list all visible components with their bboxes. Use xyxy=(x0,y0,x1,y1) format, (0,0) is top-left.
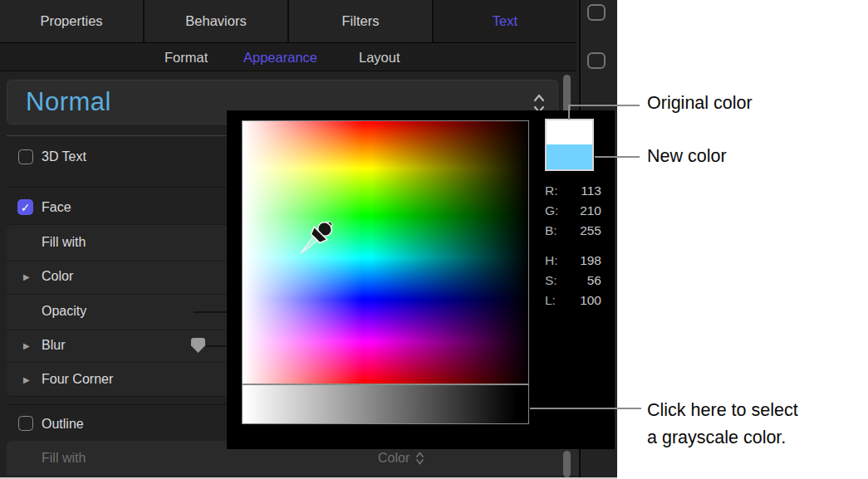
grayscale-callout-line1: Click here to select xyxy=(647,397,798,424)
lightness-value-row: L: 100 xyxy=(545,293,601,310)
color-picker-popover: R: 113 G: 210 B: 255 H: 198 S: 56 L: 100 xyxy=(227,110,615,449)
four-corner-label: Four Corner xyxy=(42,372,113,387)
blur-disclosure-triangle-icon[interactable]: ▶ xyxy=(23,341,30,351)
hue-value-row: H: 198 xyxy=(545,253,601,270)
face-label: Face xyxy=(42,200,71,215)
blue-value: 255 xyxy=(580,223,601,240)
3d-text-label: 3D Text xyxy=(42,149,86,164)
rail-checkbox[interactable] xyxy=(587,52,606,69)
subtab-format[interactable]: Format xyxy=(164,44,208,71)
red-label: R: xyxy=(545,183,558,200)
color-swatch xyxy=(545,119,594,171)
new-color-callout: New color xyxy=(647,146,727,167)
saturation-label: S: xyxy=(545,273,557,290)
original-color-swatch xyxy=(547,120,592,144)
chevron-up-down-icon xyxy=(415,451,424,466)
green-value: 210 xyxy=(580,203,601,220)
subtab-layout[interactable]: Layout xyxy=(359,44,400,71)
subtab-appearance[interactable]: Appearance xyxy=(243,44,317,71)
red-value: 113 xyxy=(581,183,601,200)
outline-fill-popup-value: Color xyxy=(378,451,409,466)
tab-behaviors[interactable]: Behaviors xyxy=(145,0,289,42)
tab-properties[interactable]: Properties xyxy=(0,0,145,42)
outline-fill-popup[interactable]: Color xyxy=(378,451,424,466)
hue-value: 198 xyxy=(580,253,601,270)
original-color-callout-line xyxy=(568,105,570,120)
red-value-row: R: 113 xyxy=(545,183,601,200)
3d-text-checkbox[interactable] xyxy=(18,149,33,164)
saturation-value-row: S: 56 xyxy=(545,273,601,290)
opacity-slider-track[interactable] xyxy=(194,311,230,313)
grayscale-callout: Click here to select a grayscale color. xyxy=(647,397,798,452)
lightness-label: L: xyxy=(545,293,556,310)
outline-fill-with-label: Fill with xyxy=(42,451,86,466)
checkmark-icon: ✓ xyxy=(21,201,31,214)
text-subtab-bar: Format Appearance Layout xyxy=(0,44,576,71)
fill-with-label: Fill with xyxy=(42,235,86,250)
four-corner-disclosure-triangle-icon[interactable]: ▶ xyxy=(23,375,30,385)
color-spectrum-area[interactable] xyxy=(242,120,529,384)
blue-label: B: xyxy=(545,223,557,240)
color-disclosure-triangle-icon[interactable]: ▶ xyxy=(23,272,30,282)
new-color-swatch xyxy=(547,144,592,169)
style-preset-value: Normal xyxy=(26,81,111,124)
rail-checkbox[interactable] xyxy=(587,4,606,21)
opacity-label: Opacity xyxy=(42,304,86,319)
green-label: G: xyxy=(545,203,558,220)
scrollbar-thumb[interactable] xyxy=(563,451,571,477)
grayscale-bar[interactable] xyxy=(242,384,529,424)
outline-checkbox[interactable] xyxy=(18,416,33,431)
new-color-callout-line xyxy=(595,156,640,158)
tab-text[interactable]: Text xyxy=(434,0,576,42)
saturation-value: 56 xyxy=(587,273,601,290)
lightness-value: 100 xyxy=(580,293,601,310)
inspector-tab-bar: Properties Behaviors Filters Text xyxy=(0,0,576,43)
original-color-callout: Original color xyxy=(647,93,753,114)
green-value-row: G: 210 xyxy=(545,203,601,220)
blur-slider-handle[interactable] xyxy=(191,338,205,353)
color-row-label: Color xyxy=(42,269,73,284)
original-color-callout-line xyxy=(568,105,640,106)
tab-filters[interactable]: Filters xyxy=(289,0,434,42)
outline-label: Outline xyxy=(42,417,84,432)
hue-label: H: xyxy=(545,253,558,270)
blur-label: Blur xyxy=(42,338,65,353)
blue-value-row: B: 255 xyxy=(545,223,601,240)
grayscale-callout-line xyxy=(530,408,641,409)
face-checkbox[interactable]: ✓ xyxy=(17,199,33,215)
screenshot-stage: Properties Behaviors Filters Text Format… xyxy=(0,0,868,479)
grayscale-callout-line2: a grayscale color. xyxy=(647,424,798,452)
